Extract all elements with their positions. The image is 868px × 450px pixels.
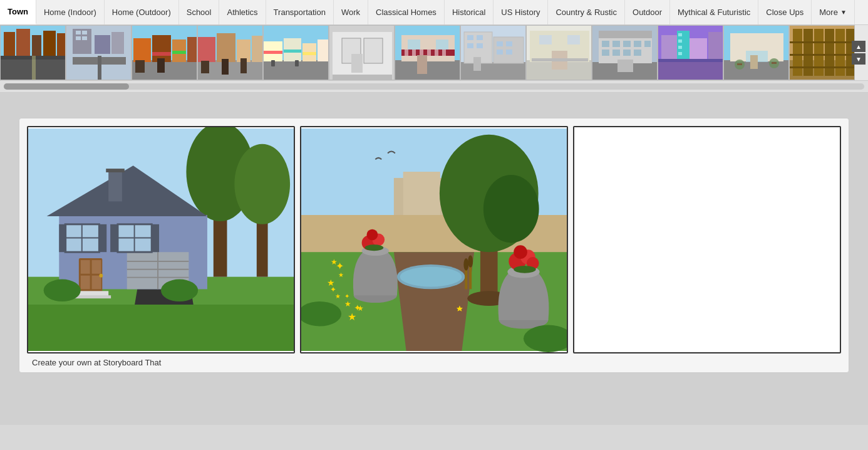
svg-rect-108	[678, 33, 682, 36]
svg-rect-87	[532, 58, 588, 61]
svg-text:✦: ✦	[354, 303, 361, 313]
scene-cell-3[interactable]	[573, 126, 841, 353]
scene-cell-2[interactable]: ★ ★ ★ ★ ★ ★ ★ ★ ✦ ✦ ✦ ✦ ✦ ✦	[300, 126, 568, 353]
scene-cell-1[interactable]	[27, 126, 295, 353]
scroll-thumb[interactable]	[4, 83, 129, 90]
svg-rect-161	[92, 260, 101, 274]
svg-rect-16	[111, 32, 124, 54]
svg-rect-105	[688, 38, 707, 61]
nav-item-town[interactable]: Town	[0, 0, 36, 24]
svg-rect-72	[467, 35, 473, 40]
thumbnail-13[interactable]	[789, 25, 855, 80]
svg-rect-160	[81, 260, 90, 274]
svg-rect-25	[135, 60, 145, 73]
thumbnail-1[interactable]	[0, 25, 66, 80]
svg-rect-148	[106, 169, 125, 172]
nav-item-mythical-futuristic[interactable]: Mythical & Futuristic	[670, 0, 758, 24]
svg-rect-12	[82, 31, 87, 34]
canvas-area: ★ ★ ★ ★ ★ ★ ★ ★ ✦ ✦ ✦ ✦ ✦ ✦	[0, 93, 868, 425]
thumbnail-11[interactable]	[658, 25, 723, 80]
svg-rect-66	[408, 39, 420, 50]
svg-rect-47	[271, 60, 275, 66]
svg-rect-84	[539, 35, 552, 44]
strip-controls: ▲ ▼	[852, 41, 865, 65]
nav-item-outdoor[interactable]: Outdoor	[625, 0, 670, 24]
svg-rect-127	[825, 29, 834, 76]
scroll-up-button[interactable]: ▲	[852, 41, 865, 52]
thumbnail-4[interactable]	[197, 25, 263, 80]
svg-rect-73	[477, 35, 483, 40]
nav-item-school[interactable]: School	[179, 0, 220, 24]
svg-rect-8	[32, 56, 36, 80]
svg-rect-53	[351, 54, 363, 73]
svg-rect-62	[427, 50, 431, 56]
svg-rect-163	[92, 276, 101, 290]
nav-item-work[interactable]: Work	[334, 0, 368, 24]
svg-rect-65	[417, 55, 427, 74]
svg-rect-126	[814, 29, 824, 76]
nav-item-historical[interactable]: Historical	[445, 0, 493, 24]
nav-item-transportation[interactable]: Transportation	[266, 0, 334, 24]
svg-rect-35	[201, 61, 209, 73]
svg-rect-43	[318, 39, 329, 61]
svg-rect-60	[412, 50, 416, 56]
svg-rect-75	[477, 43, 483, 48]
scroll-track[interactable]	[4, 83, 864, 90]
svg-rect-130	[790, 41, 855, 43]
svg-rect-67	[436, 39, 448, 50]
svg-point-168	[161, 280, 198, 301]
svg-point-197	[463, 258, 468, 271]
svg-rect-76	[497, 41, 503, 46]
svg-point-192	[514, 245, 527, 259]
nav-item-home-outdoor[interactable]: Home (Outdoor)	[105, 0, 179, 24]
thumbnail-10[interactable]	[592, 25, 658, 80]
svg-rect-13	[76, 36, 81, 40]
svg-rect-97	[602, 50, 609, 56]
svg-text:★: ★	[338, 271, 344, 278]
nav-item-country-rustic[interactable]: Country & Rustic	[548, 0, 625, 24]
nav-item-home-indoor[interactable]: Home (Indoor)	[36, 0, 105, 24]
svg-rect-78	[497, 50, 503, 55]
svg-rect-109	[678, 39, 682, 43]
nav-item-athletics[interactable]: Athletics	[219, 0, 266, 24]
svg-marker-44	[264, 51, 282, 54]
nav-item-classical-homes[interactable]: Classical Homes	[368, 0, 445, 24]
thumbnail-7[interactable]	[395, 25, 460, 80]
scroll-down-button[interactable]: ▼	[852, 53, 865, 65]
thumbnail-9[interactable]	[526, 25, 592, 80]
svg-rect-93	[612, 41, 620, 47]
svg-rect-22	[152, 35, 171, 62]
svg-rect-34	[252, 36, 263, 62]
chevron-down-icon: ▼	[840, 9, 847, 16]
svg-rect-4	[32, 35, 41, 58]
svg-rect-111	[678, 52, 682, 55]
thumbnail-2[interactable]	[66, 25, 132, 80]
nav-item-us-history[interactable]: US History	[493, 0, 548, 24]
thumbnail-strip-wrapper: ▲ ▼	[0, 25, 868, 81]
thumbnail-strip[interactable]	[0, 25, 868, 80]
thumbnail-12[interactable]	[723, 25, 789, 80]
storyboard-container: ★ ★ ★ ★ ★ ★ ★ ★ ✦ ✦ ✦ ✦ ✦ ✦	[19, 118, 849, 373]
nav-item-close-ups[interactable]: Close Ups	[758, 0, 812, 24]
svg-rect-125	[803, 29, 813, 76]
svg-rect-162	[81, 276, 90, 290]
svg-rect-153	[99, 224, 106, 252]
svg-rect-54	[333, 75, 392, 80]
svg-rect-28	[172, 51, 186, 54]
svg-text:★: ★	[344, 300, 351, 308]
thumbnail-6[interactable]	[329, 25, 395, 80]
svg-rect-14	[82, 36, 87, 40]
svg-text:★: ★	[348, 311, 356, 322]
svg-rect-6	[57, 33, 66, 58]
svg-marker-45	[284, 50, 301, 53]
thumbnail-3[interactable]	[132, 25, 197, 80]
svg-rect-37	[240, 58, 247, 73]
scroll-track-wrapper	[0, 81, 868, 93]
thumbnail-8[interactable]	[460, 25, 526, 80]
svg-point-167	[44, 280, 81, 301]
nav-item-more[interactable]: More ▼	[812, 0, 855, 24]
svg-rect-85	[567, 35, 580, 44]
thumbnail-5[interactable]	[263, 25, 329, 80]
svg-rect-5	[43, 31, 56, 58]
svg-rect-11	[76, 31, 81, 34]
